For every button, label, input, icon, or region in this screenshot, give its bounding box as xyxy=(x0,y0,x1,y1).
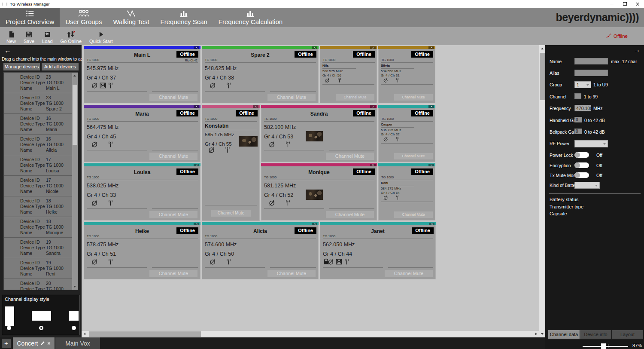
device-entry[interactable]: Device ID16Device TypeTG 1000NameAlicia xyxy=(4,135,78,155)
device-entry[interactable]: Device ID23Device TypeTG 1000NameMain L xyxy=(4,73,78,93)
minimize-button[interactable] xyxy=(605,0,618,8)
field-input-alias[interactable] xyxy=(574,70,608,76)
field-select-group[interactable]: 1 xyxy=(574,81,591,88)
device-entry[interactable]: Device ID18Device TypeTG 1000NameHeike xyxy=(4,196,78,217)
collapse-panel-button[interactable]: → xyxy=(634,46,640,53)
add-all-devices-button[interactable]: Add all devices xyxy=(42,63,79,70)
channel-mute-button[interactable]: Channel Mute xyxy=(394,211,433,218)
channel-mute-button[interactable]: Channel Mute xyxy=(149,94,197,101)
device-list-scrollbar[interactable] xyxy=(72,73,78,290)
channel-mute-button[interactable]: Channel Mute xyxy=(149,211,197,218)
toolbar-button-new[interactable]: New xyxy=(3,27,20,45)
nav-tab-frequency-scan[interactable]: Frequency Scan xyxy=(155,8,213,27)
field-input-beltpack-gain[interactable]: 0 xyxy=(574,129,582,134)
channel-mute-button[interactable]: Channel Mute xyxy=(336,94,374,101)
field-toggle-tx-mute-mode[interactable] xyxy=(574,172,589,178)
card-close-button[interactable] xyxy=(312,223,317,225)
card-close-button[interactable] xyxy=(194,164,199,166)
channel-mute-button[interactable]: Channel Mute xyxy=(267,270,316,277)
display-style-radio[interactable] xyxy=(7,326,11,330)
card-close-button[interactable] xyxy=(428,164,434,166)
display-style-option-square[interactable] xyxy=(69,311,79,321)
channel-mute-button[interactable]: Channel Mute xyxy=(211,210,251,217)
project-tab-main-vox[interactable]: Main Vox xyxy=(55,337,100,349)
display-style-option-tall[interactable] xyxy=(5,306,14,326)
field-toggle-encryption[interactable] xyxy=(574,162,589,168)
scroll-up-icon[interactable] xyxy=(541,48,544,49)
card-close-button[interactable] xyxy=(370,105,376,108)
card-close-button[interactable] xyxy=(370,46,376,49)
channel-card[interactable]: OfflineTG 1000Spare 2548.625 MHzGr 4 / C… xyxy=(202,46,319,103)
device-entry[interactable]: Device ID16Device TypeTG 1000NameMaria xyxy=(4,114,78,135)
card-close-button[interactable] xyxy=(312,46,317,49)
zoom-slider-handle[interactable] xyxy=(601,343,606,349)
channel-card[interactable]: OfflineTG 1000Casper536.725 MHzGr 4 / Ch… xyxy=(378,105,435,162)
device-entry[interactable]: Device ID17Device TypeTG 1000NameNicole xyxy=(4,176,78,196)
channel-mute-button[interactable]: Channel Mute xyxy=(149,270,197,277)
nav-tab-project-overview[interactable]: Project Overview xyxy=(0,8,60,27)
card-close-button[interactable] xyxy=(253,105,258,108)
channel-mute-button[interactable]: Channel Mute xyxy=(149,153,197,160)
channel-card[interactable]: OfflineTG 1000Main LRio Ch42545.975 MHzG… xyxy=(84,46,200,103)
toolbar-button-load[interactable]: Load xyxy=(38,27,56,45)
close-icon[interactable] xyxy=(47,342,51,345)
device-entry[interactable]: Device ID19Device TypeTG 1000NameSandra xyxy=(4,238,78,258)
nav-tab-user-groups[interactable]: User Groups xyxy=(60,8,107,27)
channel-card[interactable]: OfflineTG 1000Janet562.050 MHzGr 4 / Ch … xyxy=(320,222,436,279)
field-input-frequency[interactable]: 470.100 xyxy=(574,105,591,111)
channel-card[interactable]: OfflineTG 1000Nils588.575 MHzGr 4 / Ch 5… xyxy=(320,46,377,103)
channel-card[interactable]: OfflineTG 1000Silvia534.550 MHzGr 4 / Ch… xyxy=(378,46,435,103)
close-button[interactable] xyxy=(631,0,644,8)
card-close-button[interactable] xyxy=(194,46,199,49)
collapse-sidebar-button[interactable]: ← xyxy=(4,47,11,55)
channel-mute-button[interactable]: Channel Mute xyxy=(385,270,433,277)
maximize-button[interactable] xyxy=(618,0,631,8)
scroll-right-icon[interactable] xyxy=(535,333,537,335)
tab-layout[interactable]: Layout xyxy=(612,330,643,339)
horizontal-scrollbar[interactable] xyxy=(82,331,539,337)
device-entry[interactable]: Device ID23Device TypeTG 1000NameSpare 2 xyxy=(4,93,78,114)
nav-tab-frequency-calculation[interactable]: Frequency Calculation xyxy=(213,8,288,27)
channel-card[interactable]: OfflineTG 1000Heike578.475 MHzGr 4 / Ch … xyxy=(84,222,200,279)
channel-card[interactable]: OfflineTG 1000Alicia574.600 MHzGr 4 / Ch… xyxy=(202,222,319,279)
card-close-button[interactable] xyxy=(428,105,434,108)
device-entry[interactable]: Device ID18Device TypeTG 1000NameMonique xyxy=(4,217,78,238)
device-entry[interactable]: Device ID20Device TypeTG 1000Name xyxy=(4,279,78,290)
edit-icon[interactable] xyxy=(40,341,45,346)
channel-mute-button[interactable]: Channel Mute xyxy=(394,94,433,101)
channel-card[interactable]: OfflineTG 1000Konstatin585.175 MHzGr 4 /… xyxy=(202,105,260,221)
scroll-down-icon[interactable] xyxy=(541,333,544,335)
scroll-left-icon[interactable] xyxy=(84,333,85,335)
channel-card[interactable]: OfflineTG 1000Reni584.175 MHzGr 4 / Ch 5… xyxy=(378,163,435,220)
tab-channel-data[interactable]: Channel data xyxy=(548,330,580,339)
display-style-option-wide[interactable] xyxy=(32,311,51,321)
nav-tab-walking-test[interactable]: Walking Test xyxy=(107,8,155,27)
field-toggle-power-lock[interactable] xyxy=(574,152,589,158)
channel-card[interactable]: OfflineTG 1000Monique581.125 MHzGr 4 / C… xyxy=(261,163,377,220)
card-close-button[interactable] xyxy=(370,164,376,166)
scroll-up-icon[interactable] xyxy=(73,75,76,77)
field-select-kind-of-battery[interactable] xyxy=(574,182,600,189)
field-input-channel[interactable] xyxy=(574,93,581,99)
field-input-name[interactable] xyxy=(574,58,608,64)
channel-mute-button[interactable]: Channel Mute xyxy=(326,153,374,160)
channel-mute-button[interactable]: Channel Mute xyxy=(394,153,433,159)
tab-device-info[interactable]: Device info xyxy=(580,330,611,339)
scrollbar-thumb[interactable] xyxy=(89,331,201,337)
channel-mute-button[interactable]: Channel Mute xyxy=(267,94,316,101)
channel-mute-button[interactable]: Channel Mute xyxy=(326,211,374,218)
channel-card[interactable]: OfflineTG 1000Louisa538.025 MHzGr 4 / Ch… xyxy=(84,163,200,220)
scrollbar-thumb[interactable] xyxy=(73,85,77,145)
project-tab-concert[interactable]: Concert xyxy=(13,337,55,349)
channel-card[interactable]: OfflineTG 1000Maria564.475 MHzGr 4 / Ch … xyxy=(84,105,200,162)
device-entry[interactable]: Device ID17Device TypeTG 1000NameLouisa xyxy=(4,155,78,176)
display-style-radio[interactable] xyxy=(39,326,43,330)
manage-devices-button[interactable]: Manage devices xyxy=(3,63,40,70)
device-entry[interactable]: Device ID19Device TypeTG 1000NameReni xyxy=(4,258,78,279)
card-close-button[interactable] xyxy=(429,223,434,225)
card-close-button[interactable] xyxy=(428,46,434,49)
card-close-button[interactable] xyxy=(194,105,199,108)
channel-card[interactable]: OfflineTG 1000Sandra582.100 MHzGr 4 / Ch… xyxy=(261,105,377,162)
toolbar-button-save[interactable]: Save xyxy=(20,27,38,45)
toolbar-button-go-online[interactable]: Go Online xyxy=(57,27,86,45)
